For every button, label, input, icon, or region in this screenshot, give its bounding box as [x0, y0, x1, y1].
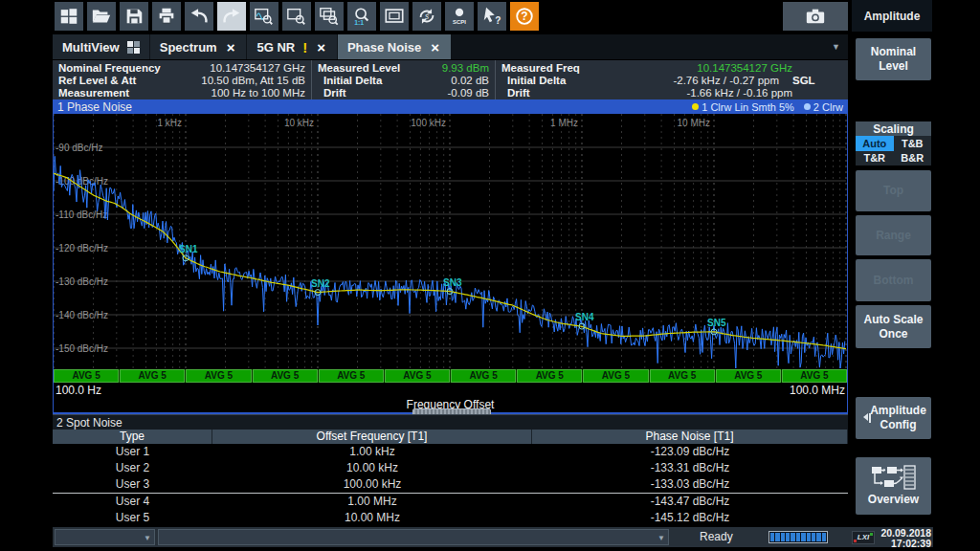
scaling-option-auto[interactable]: Auto [856, 136, 894, 151]
undo-button[interactable] [185, 2, 213, 31]
tab-phase-noise-label: Phase Noise [347, 40, 421, 55]
trace2-smoothed [54, 173, 846, 348]
scaling-toggle-group: Auto T&B T&R B&R [856, 136, 931, 165]
avg-segment: AVG 5 [319, 369, 384, 383]
info-label: Drift [318, 87, 346, 99]
info-label: Ref Level & Att [58, 75, 136, 87]
table-row[interactable]: User 210.00 kHz-133.31 dBc/Hz [53, 460, 848, 476]
avg-segment: AVG 5 [451, 369, 516, 383]
x-tick-label: 10 kHz [284, 118, 314, 128]
avg-segment: AVG 5 [517, 369, 582, 383]
softkey-range: Range [856, 215, 931, 255]
display-frame-button[interactable] [380, 2, 409, 31]
y-tick-label: -110 dBc/Hz [56, 209, 107, 220]
scaling-option-br[interactable]: B&R [894, 151, 932, 166]
softkey-label: Nominal Level [858, 45, 929, 74]
option-label: Auto [862, 138, 886, 149]
phase-noise-window-titlebar[interactable]: 1 Phase Noise 1 Clrw Lin Smth 5% 2 Clrw [54, 99, 847, 114]
time-label: 17:02:39 [880, 539, 931, 549]
tab-phase-noise[interactable]: Phase Noise × [338, 34, 451, 59]
context-help-button[interactable]: ? [478, 2, 506, 31]
close-icon[interactable]: × [429, 39, 441, 55]
x-axis-stop-label: 100.0 MHz [790, 384, 845, 397]
tab-5g-nr[interactable]: 5G NR ! × [247, 34, 337, 59]
zoom-1to1-button[interactable]: 1:1 [347, 2, 376, 31]
scaling-label: Scaling [873, 122, 914, 136]
softkey-top: Top [856, 170, 931, 211]
table-row[interactable]: User 3100.00 kHz-133.03 dBc/Hz [53, 476, 848, 493]
windows-button[interactable] [55, 2, 83, 31]
tab-multiview[interactable]: MultiView [53, 34, 149, 59]
scaling-option-tb[interactable]: T&B [894, 136, 932, 151]
softkey-overview[interactable]: Overview [856, 457, 931, 515]
tab-list-caret-icon[interactable]: ▼ [832, 42, 848, 52]
context-help-icon: ? [481, 6, 502, 27]
info-col-measured-level: Measured Level9.93 dBm Initial Delta0.02… [311, 60, 495, 99]
spot-noise-headers: TypeOffset Frequency [T1]Phase Noise [T1… [53, 430, 848, 444]
table-cell: User 2 [53, 460, 212, 476]
measurement-info-bar: Nominal Frequency10.147354127 GHz Ref Le… [53, 60, 848, 99]
window-title: 2 Spot Noise [56, 416, 122, 430]
info-label: Initial Delta [318, 75, 382, 87]
zoom-area-button[interactable] [282, 2, 311, 31]
windows-icon [58, 6, 79, 27]
print-icon [156, 6, 177, 27]
save-button[interactable] [120, 2, 148, 31]
close-icon[interactable]: × [225, 39, 237, 55]
softkey-auto-scale-once[interactable]: Auto Scale Once [856, 305, 931, 348]
zoom-trace-button[interactable] [250, 2, 278, 31]
window-title: 1 Phase Noise [57, 100, 132, 114]
trace1-noisy [54, 156, 845, 368]
screenshot-camera-button[interactable] [783, 2, 848, 31]
date-label: 20.09.2018 [880, 528, 931, 539]
softkey-nominal-level[interactable]: Nominal Level [856, 38, 931, 80]
open-file-button[interactable] [87, 2, 116, 31]
help-button[interactable]: ? [510, 2, 539, 31]
trace1-dot-icon [692, 103, 699, 110]
info-col-nominal: Nominal Frequency10.147354127 GHz Ref Le… [53, 60, 311, 99]
redo-button[interactable] [217, 2, 246, 31]
phase-noise-window: 1 Phase Noise 1 Clrw Lin Smth 5% 2 Clrw … [53, 99, 848, 414]
softkey-label: Auto Scale Once [858, 313, 929, 342]
softkey-label: Overview [868, 493, 919, 507]
status-dropdown-left[interactable]: ▼ [55, 529, 155, 545]
scpi-button[interactable]: SCPI [445, 2, 474, 31]
softkey-label: Top [883, 184, 903, 198]
lxi-logo: LXI [852, 531, 875, 544]
phase-noise-plot[interactable]: 1 kHz10 kHz100 kHz1 MHz10 MHz-90 dBc/Hz-… [54, 114, 847, 369]
table-cell: User 4 [53, 494, 212, 510]
x-tick-label: 10 MHz [678, 118, 710, 128]
status-dropdown-message[interactable]: ▼ [158, 529, 669, 545]
avg-segment: AVG 5 [385, 369, 450, 383]
tab-spectrum[interactable]: Spectrum × [150, 34, 247, 59]
scaling-option-tr[interactable]: T&R [856, 151, 894, 166]
table-cell: -133.03 dBc/Hz [532, 476, 848, 493]
table-cell: 10.00 MHz [212, 510, 532, 526]
softkey-menu-title: Amplitude [852, 0, 932, 32]
close-icon[interactable]: × [315, 39, 327, 55]
zoom-multi-window-button[interactable] [315, 2, 344, 31]
sync-icon: s [416, 6, 437, 27]
info-value: 10.50 dBm, Att 15 dB [201, 75, 305, 87]
zoom-1to1-icon: 1:1 [351, 6, 372, 27]
svg-text:s: s [425, 12, 429, 21]
avg-segment: AVG 5 [120, 369, 185, 383]
chevron-down-icon: ▼ [144, 534, 151, 542]
softkey-amplitude-config[interactable]: Amplitude Config [856, 397, 931, 439]
redo-icon [221, 6, 242, 27]
table-row[interactable]: User 11.00 kHz-123.09 dBc/Hz [53, 444, 848, 460]
display-frame-icon [384, 6, 405, 27]
table-row[interactable]: User 510.00 MHz-145.12 dBc/Hz [53, 510, 848, 526]
info-value-measured-level: 9.93 dBm [442, 62, 489, 75]
print-button[interactable] [152, 2, 181, 31]
info-label: Measured Freq [501, 62, 580, 75]
avg-segment: AVG 5 [186, 369, 251, 383]
table-cell: 10.00 kHz [212, 460, 532, 476]
table-cell: User 3 [53, 476, 212, 493]
svg-text:?: ? [495, 15, 501, 26]
spot-noise-window-titlebar[interactable]: 2 Spot Noise [53, 414, 848, 430]
table-row[interactable]: User 41.00 MHz-143.47 dBc/Hz [53, 493, 848, 510]
x-tick-label: 1 kHz [157, 118, 182, 128]
sync-button[interactable]: s [412, 2, 441, 31]
table-header: Phase Noise [T1] [532, 430, 848, 444]
